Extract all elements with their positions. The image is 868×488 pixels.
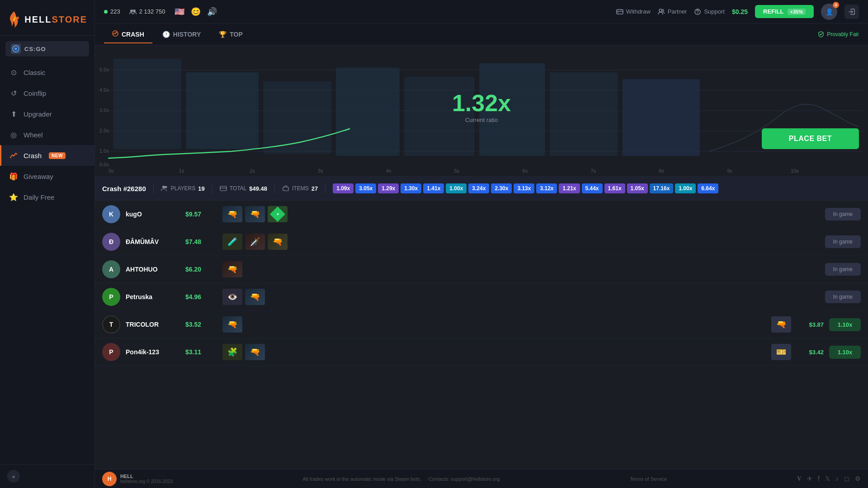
footer-logo: H HELL hellstore.org © 2016-2023 (102, 472, 173, 486)
partner-button[interactable]: Partner (658, 8, 687, 15)
refill-button[interactable]: REFILL +35% (755, 5, 814, 18)
footer-trades: All trades work in the automatic mode vi… (303, 476, 421, 482)
svg-point-3 (133, 9, 136, 12)
mult-badge-14: 17.16x (650, 183, 674, 193)
csgo-icon (11, 44, 21, 54)
svg-text:3.0x: 3.0x (99, 108, 109, 113)
logo-hell: HELL (24, 14, 52, 24)
sidebar-item-upgrader[interactable]: ⬆ Upgrader (0, 103, 94, 124)
in-game-button: In game (825, 263, 861, 276)
player-name: Pon4ik-123 (126, 348, 180, 356)
mult-badge-4: 1.41x (423, 183, 444, 193)
logout-icon (848, 8, 855, 15)
players-table: K kugO $9.57 🔫 🔫 ✦ In game (95, 201, 868, 469)
footer-socials: 𝐕 ✈ f 𝕏 ♪ ◻ ⚙ (797, 475, 861, 483)
tab-top[interactable]: 🏆 TOP (211, 26, 251, 43)
sidebar-item-classic[interactable]: ⊙ Classic (0, 62, 94, 83)
divider-3 (274, 183, 275, 194)
in-game-button: In game (825, 235, 861, 248)
giveaway-icon: 🎁 (9, 172, 18, 181)
sidebar-item-giveaway[interactable]: 🎁 Giveaway (0, 166, 94, 187)
players-stat-label: PLAYERS (171, 185, 195, 192)
total-players: 2 132 750 (139, 8, 165, 15)
sound-icon[interactable]: 🔊 (207, 7, 217, 17)
online-count: 223 (110, 8, 120, 15)
tab-crash[interactable]: CRASH (104, 26, 152, 43)
user-avatar[interactable]: 👤 0 (821, 4, 837, 20)
tab-history[interactable]: 🕐 HISTORY (154, 26, 209, 43)
sidebar-item-label-daily-free: Daily Free (24, 193, 54, 201)
svg-text:1s: 1s (179, 168, 184, 174)
multiplier-button: 1.10x (829, 318, 861, 331)
svg-rect-18 (623, 79, 700, 156)
svg-text:8s: 8s (659, 168, 664, 174)
svg-text:5.0x: 5.0x (99, 67, 109, 72)
vk-icon[interactable]: 𝐕 (797, 475, 802, 483)
sidebar-item-label-upgrader: Upgrader (24, 110, 52, 118)
withdraw-button[interactable]: Withdraw (616, 8, 651, 15)
provably-fair-label: Provably Fair (827, 31, 859, 38)
top-header: 223 2 132 750 🇺🇸 😊 🔊 Withdraw Partner (95, 0, 868, 23)
crash-tab-icon (112, 30, 118, 38)
history-tab-icon: 🕐 (162, 31, 170, 38)
player-status: 🔫 $3.87 1.10x (771, 316, 861, 333)
tab-crash-label: CRASH (122, 31, 144, 38)
sidebar-item-coinflip[interactable]: ↺ Coinflip (0, 83, 94, 103)
mult-badge-12: 1.61x (604, 183, 625, 193)
svg-text:4s: 4s (386, 168, 392, 174)
mult-badge-8: 3.13x (514, 183, 534, 193)
player-row: K kugO $9.57 🔫 🔫 ✦ In game (95, 201, 868, 228)
reward-amount: $3.42 (797, 349, 824, 356)
twitter-icon[interactable]: 𝕏 (825, 475, 830, 483)
logo-flame-icon (7, 8, 21, 31)
item-thumb: 🔫 (268, 234, 288, 250)
sidebar-item-label-giveaway: Giveaway (24, 173, 53, 180)
mult-badge-16: 6.64x (698, 183, 718, 193)
sidebar-item-daily-free[interactable]: ⭐ Daily Free (0, 187, 94, 207)
place-bet-button[interactable]: PLACE BET (762, 128, 859, 149)
player-status: 🎫 $3.42 1.10x (771, 344, 861, 360)
mult-badge-5: 1.00x (446, 183, 467, 193)
players-icon (161, 185, 168, 192)
mult-badge-11: 5.44x (582, 183, 603, 193)
facebook-icon[interactable]: f (818, 475, 820, 483)
header-right: Withdraw Partner Support $0.25 REFILL +3… (616, 4, 859, 20)
players-count: 19 (198, 185, 204, 192)
support-button[interactable]: Support (694, 8, 725, 15)
total-value: $49.48 (249, 185, 267, 192)
player-name: kugO (126, 211, 180, 218)
svg-point-2 (130, 9, 133, 12)
refill-bonus: +35% (788, 9, 806, 15)
footer-terms-link[interactable]: Terms of Service (630, 476, 667, 482)
online-indicator: 223 (104, 8, 120, 15)
telegram-icon[interactable]: ✈ (807, 475, 812, 483)
mult-badge-10: 1.21x (559, 183, 580, 193)
sidebar-item-crash[interactable]: Crash NEW (0, 145, 94, 166)
tiktok-icon[interactable]: ♪ (835, 475, 839, 483)
svg-point-6 (659, 9, 662, 12)
sidebar-collapse-button[interactable]: « (7, 470, 20, 483)
mult-badge-15: 1.00x (675, 183, 696, 193)
player-status: In game (825, 208, 861, 221)
logo-text-group: HELLSTORE (24, 14, 87, 24)
ratio-label: Current ratio (452, 117, 511, 123)
online-dot (104, 10, 108, 14)
coinflip-icon: ↺ (9, 89, 18, 98)
support-icon (694, 8, 701, 15)
emoji-icon[interactable]: 😊 (191, 7, 201, 17)
discord-icon[interactable]: ⚙ (855, 475, 861, 483)
svg-text:2.0x: 2.0x (99, 128, 109, 133)
provably-fair[interactable]: Provably Fair (818, 31, 859, 38)
footer-logo-icon: H (102, 472, 117, 486)
divider-1 (153, 183, 154, 194)
player-bet: $7.48 (185, 238, 217, 245)
divider-4 (325, 183, 326, 194)
current-ratio-display: 1.32x Current ratio (452, 91, 511, 123)
logout-button[interactable] (844, 5, 859, 19)
sidebar-item-wheel[interactable]: ◎ Wheel (0, 124, 94, 145)
mult-badge-7: 2.30x (491, 183, 512, 193)
svg-text:2s: 2s (250, 168, 255, 174)
instagram-icon[interactable]: ◻ (844, 475, 849, 483)
header-left: 223 2 132 750 🇺🇸 😊 🔊 (104, 7, 217, 17)
cs-badge[interactable]: CS:GO (5, 41, 89, 56)
